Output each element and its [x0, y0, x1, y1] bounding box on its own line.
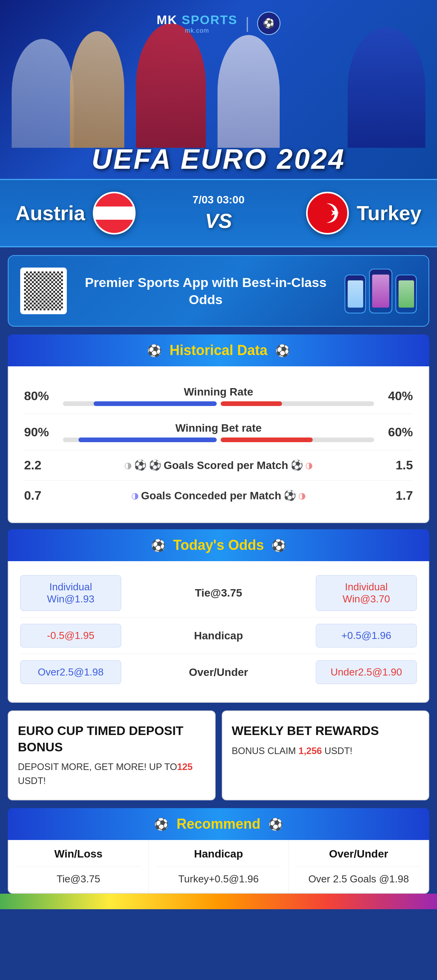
- team-right: ★ Turkey: [256, 192, 421, 234]
- app-promo: Premier Sports App with Best-in-Class Od…: [8, 255, 429, 327]
- team-left: Austria: [16, 192, 181, 234]
- brand-url: mk.com: [185, 27, 209, 34]
- logo-bar: MK SPORTS mk.com | ⚽: [157, 0, 280, 35]
- recommend-col-header-2: Handicap: [157, 848, 281, 867]
- historical-section: 80% Winning Rate 40% 90% Winning Bet rat…: [8, 366, 429, 523]
- odds-content: Individual Win@1.93 Tie@3.75 Individual …: [8, 561, 429, 703]
- ball-icon-2: ⚽: [149, 459, 161, 471]
- logo-divider: |: [245, 15, 249, 32]
- odds-bet-left-3[interactable]: Over2.5@1.98: [20, 660, 121, 684]
- odds-right-label-3[interactable]: Under2.5@1.90: [316, 660, 417, 684]
- recommend-title: Recommend: [176, 816, 260, 832]
- recommend-col-1: Win/Loss Tie@3.75: [9, 840, 149, 893]
- app-promo-text: Premier Sports App with Best-in-Class Od…: [67, 274, 345, 308]
- odds-center-label-2: Handicap: [121, 630, 316, 642]
- half-ball-conceded: ◑: [131, 491, 139, 501]
- stat-label-winning-bet: Winning Bet rate: [175, 422, 261, 434]
- stat-right-goals-scored: 1.5: [374, 458, 413, 472]
- odds-bet-right-3[interactable]: Under2.5@1.90: [316, 660, 417, 684]
- euro-title-section: UEFA EURO 2024: [0, 143, 437, 175]
- player-3: [136, 23, 206, 148]
- phone-mock-2: [369, 269, 392, 313]
- stat-label-goals-scored: Goals Scored per Match: [164, 459, 288, 472]
- phone-mock-3: [395, 275, 417, 313]
- vs-section: 7/03 03:00 VS: [181, 194, 256, 233]
- bonus-card-1-title: EURO CUP TIMED DEPOSIT BONUS: [18, 723, 205, 755]
- recommend-col-3: Over/Under Over 2.5 Goals @1.98: [289, 840, 428, 893]
- stat-left-goals-scored: 2.2: [24, 458, 63, 472]
- odds-bet-right-1[interactable]: Individual Win@3.70: [316, 575, 417, 611]
- odds-bet-right-2[interactable]: +0.5@1.96: [316, 624, 417, 648]
- recommend-col-val-3: Over 2.5 Goals @1.98: [296, 867, 421, 885]
- stat-center-winning-rate: Winning Rate: [63, 386, 374, 406]
- bonus-card-2-desc: BONUS CLAIM 1,256 USDT!: [232, 744, 420, 758]
- half-ball-right: ◑: [305, 460, 313, 471]
- app-promo-qr: [20, 268, 67, 314]
- player-1: [12, 39, 74, 148]
- app-phones: [345, 269, 417, 313]
- stat-row-winning-rate: 80% Winning Rate 40%: [24, 378, 413, 414]
- odds-left-label-2[interactable]: -0.5@1.95: [20, 624, 121, 648]
- odds-right-label-1[interactable]: Individual Win@3.70: [316, 575, 417, 611]
- stat-row-goals-conceded: 0.7 ◑ Goals Conceded per Match ⚽ ◑ 1.7: [24, 481, 413, 511]
- austria-flag-inner: [94, 193, 134, 233]
- team-left-name: Austria: [16, 201, 85, 225]
- recommend-content: Win/Loss Tie@3.75 Handicap Turkey+0.5@1.…: [8, 840, 429, 894]
- bonus-card-2-title: WEEKLY BET REWARDS: [232, 723, 420, 739]
- match-row: Austria 7/03 03:00 VS ★ Turkey: [0, 179, 437, 247]
- header-banner: MK SPORTS mk.com | ⚽ UEFA EURO 2024: [0, 0, 437, 179]
- recommend-section-header: ⚽ Recommend ⚽: [8, 808, 429, 840]
- stat-label-winning-rate: Winning Rate: [184, 386, 253, 398]
- odds-left-label-3[interactable]: Over2.5@1.98: [20, 660, 121, 684]
- bonus-card-1-desc: DEPOSIT MORE, GET MORE! UP TO125 USDT!: [18, 760, 205, 788]
- footer: [0, 894, 437, 909]
- stat-left-winning-bet: 90%: [24, 425, 63, 439]
- historical-title: Historical Data: [169, 342, 267, 359]
- bonus-section: EURO CUP TIMED DEPOSIT BONUS DEPOSIT MOR…: [8, 710, 429, 800]
- player-4: [218, 35, 280, 148]
- bonus-card-1: EURO CUP TIMED DEPOSIT BONUS DEPOSIT MOR…: [8, 710, 216, 800]
- bonus-highlight-2: 1,256: [299, 746, 322, 756]
- qr-code: [24, 271, 63, 310]
- match-date: 7/03 03:00: [193, 194, 245, 206]
- stat-center-goals-conceded: ◑ Goals Conceded per Match ⚽ ◑: [63, 490, 374, 502]
- soccer-ball-icon-left: ⚽: [147, 344, 162, 357]
- odds-bet-left-1[interactable]: Individual Win@1.93: [20, 575, 121, 611]
- bar-left-winning-bet: [63, 438, 217, 442]
- odds-left-label-1[interactable]: Individual Win@1.93: [20, 575, 121, 611]
- odds-bet-left-2[interactable]: -0.5@1.95: [20, 624, 121, 648]
- odds-center-val-1: Tie@3.75: [195, 587, 242, 599]
- stat-left-goals-conceded: 0.7: [24, 488, 63, 503]
- half-ball-left: ◑: [124, 460, 132, 471]
- bar-container-winning-rate: [63, 401, 374, 406]
- stat-label-goals-conceded: Goals Conceded per Match: [141, 490, 281, 502]
- ball-icon-3: ⚽: [291, 459, 303, 471]
- empoli-badge: ⚽: [257, 12, 280, 35]
- bar-right-winning-rate: [221, 401, 374, 406]
- odds-right-label-2[interactable]: +0.5@1.96: [316, 624, 417, 648]
- brand-sports: SPORTS: [178, 13, 237, 27]
- odds-row-3: Over2.5@1.98 Over/Under Under2.5@1.90: [20, 654, 417, 690]
- bar-left-winning-rate: [63, 401, 217, 406]
- half-ball-conceded-2: ◑: [298, 491, 306, 501]
- recommend-col-2: Handicap Turkey+0.5@1.96: [149, 840, 289, 893]
- bar-right-winning-bet: [221, 438, 374, 442]
- phone-mock-1: [345, 275, 366, 313]
- soccer-ball-icon-odds-left: ⚽: [151, 539, 165, 552]
- recommend-col-val-2: Turkey+0.5@1.96: [157, 867, 281, 885]
- team-right-name: Turkey: [357, 201, 421, 225]
- ball-icon-1: ⚽: [134, 459, 146, 471]
- austria-flag: [93, 192, 136, 234]
- stat-right-winning-bet: 60%: [374, 425, 413, 439]
- recommend-headers: Win/Loss Tie@3.75 Handicap Turkey+0.5@1.…: [9, 840, 428, 893]
- mk-sports-logo: MK SPORTS mk.com: [157, 13, 237, 34]
- bar-right-fill-winning-rate: [221, 401, 282, 406]
- euro-title: UEFA EURO 2024: [0, 143, 437, 175]
- turkey-flag: ★: [306, 192, 349, 234]
- stat-left-winning-rate: 80%: [24, 389, 63, 403]
- brand-mk: MK: [157, 13, 178, 27]
- bar-right-fill-winning-bet: [221, 438, 313, 442]
- stat-row-goals-scored: 2.2 ◑ ⚽ ⚽ Goals Scored per Match ⚽ ◑ 1.5: [24, 450, 413, 481]
- odds-section-header: ⚽ Today's Odds ⚽: [8, 529, 429, 561]
- ball-icon-conceded-1: ⚽: [284, 490, 296, 502]
